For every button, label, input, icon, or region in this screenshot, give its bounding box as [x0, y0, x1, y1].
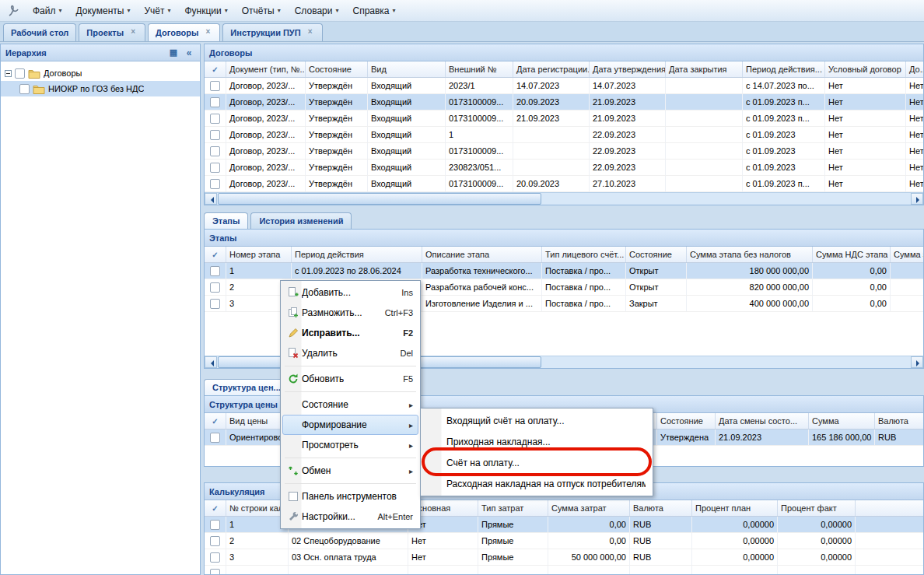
menu-item-view[interactable]: Просмотреть▸	[282, 435, 418, 455]
menu-item-incoming-invoice[interactable]: Входящий счёт на оплату...	[422, 410, 651, 431]
table-row[interactable]: Договор, 2023/...УтверждёнВходящий017310…	[205, 110, 923, 127]
menu-help[interactable]: Справка	[346, 2, 401, 19]
tab-price-structure[interactable]: Структура цен...	[204, 379, 289, 395]
column-header[interactable]: Вид	[368, 61, 446, 77]
menu-item-state[interactable]: Состояние▸	[282, 394, 418, 415]
column-header[interactable]: Состояние	[657, 413, 716, 429]
column-header[interactable]: Документ (тип, №...	[226, 61, 306, 77]
tab-desktop[interactable]: Рабочий стол	[3, 23, 76, 41]
row-checkbox[interactable]	[210, 433, 220, 443]
row-checkbox[interactable]	[210, 282, 220, 293]
column-header[interactable]: Условный договор	[825, 61, 906, 77]
select-all-header[interactable]	[205, 500, 226, 516]
row-checkbox[interactable]	[210, 520, 220, 530]
column-header[interactable]: До...	[906, 61, 923, 77]
tab-instructions[interactable]: Инструкции ПУП	[222, 23, 322, 41]
select-all-header[interactable]	[205, 61, 226, 77]
tree-node-niokr[interactable]: НИОКР по ГОЗ без НДС	[1, 81, 200, 96]
row-checkbox[interactable]	[210, 130, 220, 140]
row-checkbox[interactable]	[210, 163, 220, 173]
column-header[interactable]: Период действия	[292, 247, 422, 262]
scroll-left-icon[interactable]	[205, 193, 217, 205]
scroll-left-icon[interactable]	[205, 356, 217, 368]
column-header[interactable]: Период действия...	[743, 61, 825, 77]
table-row[interactable]: Договор, 2023/...УтверждёнВходящий017310…	[205, 176, 923, 192]
row-checkbox[interactable]	[210, 146, 220, 156]
menu-item-payment-invoice[interactable]: Счёт на оплату...	[422, 452, 651, 473]
menu-item-outgoing-waybill[interactable]: Расходная накладная на отпуск потребител…	[422, 473, 651, 494]
table-row[interactable]	[205, 566, 923, 574]
collapse-toggle-icon[interactable]	[5, 70, 12, 77]
column-header[interactable]: Дата утверждения	[590, 61, 666, 77]
menu-item-toolbar[interactable]: Панель инструментов	[282, 486, 418, 507]
menu-item-refresh[interactable]: ОбновитьF5	[282, 369, 418, 389]
scroll-right-icon[interactable]	[911, 193, 923, 205]
column-header[interactable]: Сумма	[809, 413, 875, 429]
close-icon[interactable]	[306, 28, 315, 37]
scroll-thumb[interactable]	[218, 193, 541, 205]
menu-file[interactable]: Файл	[26, 2, 68, 19]
tree-node-contracts[interactable]: Договоры	[1, 65, 200, 81]
tab-projects[interactable]: Проекты	[79, 23, 145, 41]
column-header[interactable]: Тип лицевого счёт...	[542, 247, 626, 262]
column-header[interactable]: Сумма НДС этапа	[813, 247, 891, 262]
menu-documents[interactable]: Документы	[70, 2, 137, 19]
column-header[interactable]: Состояние	[306, 61, 368, 77]
row-checkbox[interactable]	[210, 114, 220, 124]
column-header[interactable]: Описание этапа	[422, 247, 542, 262]
column-header[interactable]: Сумма эт...	[891, 247, 923, 262]
menu-item-duplicate[interactable]: Размножить...Ctrl+F3	[282, 303, 418, 323]
column-header[interactable]: Дата закрытия	[666, 61, 743, 77]
menu-item-add[interactable]: Добавить...Ins	[282, 282, 418, 303]
table-row[interactable]: Договор, 2023/...УтверждёнВходящий017310…	[205, 143, 923, 160]
row-checkbox[interactable]	[210, 97, 220, 107]
table-row[interactable]: Договор, 2023/...УтверждёнВходящий122.09…	[205, 127, 923, 143]
column-header[interactable]: Тип затрат	[478, 500, 548, 516]
close-icon[interactable]	[128, 28, 138, 37]
menu-item-settings[interactable]: Настройки...Alt+Enter	[282, 507, 418, 527]
tab-stages[interactable]: Этапы	[204, 212, 248, 229]
row-checkbox[interactable]	[210, 569, 220, 575]
row-checkbox[interactable]	[210, 179, 220, 189]
table-row[interactable]: Договор, 2023/...УтверждёнВходящий230823…	[205, 160, 923, 176]
table-row[interactable]: 202 СпецоборудованиеНетПрямые0,00RUB0,00…	[205, 533, 923, 549]
menu-dictionaries[interactable]: Словари	[289, 2, 345, 19]
tree-settings-button[interactable]	[167, 47, 180, 59]
table-row[interactable]: Договор, 2023/...УтверждёнВходящий2023/1…	[205, 78, 923, 94]
select-all-header[interactable]	[205, 413, 226, 429]
menu-item-formation[interactable]: Формирование▸	[282, 415, 418, 435]
tree-checkbox[interactable]	[19, 84, 30, 94]
collapse-panel-button[interactable]	[183, 47, 195, 59]
select-all-header[interactable]	[205, 247, 226, 262]
column-header[interactable]: Внешний №	[446, 61, 513, 77]
tab-change-history[interactable]: История изменений	[250, 212, 352, 229]
table-row[interactable]: Договор, 2023/...УтверждёнВходящий017310…	[205, 94, 923, 110]
row-checkbox[interactable]	[210, 536, 220, 546]
column-header[interactable]: Валюта	[875, 413, 923, 429]
tab-contracts[interactable]: Договоры	[148, 23, 220, 41]
column-header[interactable]: Валюта	[630, 500, 692, 516]
column-header[interactable]: Дата смены состо...	[716, 413, 809, 429]
column-header[interactable]: Процент план	[692, 500, 778, 516]
scroll-right-icon[interactable]	[911, 356, 923, 368]
column-header[interactable]: Процент факт	[778, 500, 856, 516]
table-row[interactable]: 303 Осн. оплата трудаНетПрямые50 000 000…	[205, 549, 923, 566]
row-checkbox[interactable]	[210, 266, 220, 276]
row-checkbox[interactable]	[210, 552, 220, 563]
menu-accounting[interactable]: Учёт	[138, 2, 177, 19]
row-checkbox[interactable]	[210, 299, 220, 309]
menu-reports[interactable]: Отчёты	[236, 2, 287, 19]
table-row[interactable]: 1с 01.09.2023 по 28.06.2024Разработка те…	[205, 263, 923, 279]
close-icon[interactable]	[203, 28, 212, 37]
tree-checkbox[interactable]	[15, 68, 25, 79]
row-checkbox[interactable]	[210, 81, 220, 91]
column-header[interactable]: № строки кал...	[226, 500, 289, 516]
menu-item-delete[interactable]: УдалитьDel	[282, 343, 418, 363]
horizontal-scrollbar[interactable]	[205, 192, 923, 205]
column-header[interactable]: Дата регистрации...	[513, 61, 590, 77]
menu-functions[interactable]: Функции	[178, 2, 233, 19]
column-header[interactable]: Номер этапа	[226, 247, 292, 262]
column-header[interactable]: Сумма затрат	[548, 500, 630, 516]
menu-item-exchange[interactable]: Обмен▸	[282, 461, 418, 481]
column-header[interactable]: Состояние	[626, 247, 687, 262]
